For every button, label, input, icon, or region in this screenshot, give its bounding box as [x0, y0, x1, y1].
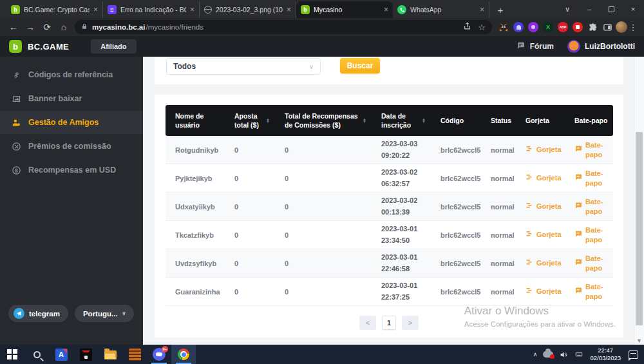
notification-badge: 9+ [162, 346, 168, 352]
taskbar-clock[interactable]: 22:47 02/03/2023 [590, 347, 621, 363]
side-panel-extension-icon[interactable] [602, 22, 612, 32]
cell-commission-rewards: 0 [275, 257, 372, 270]
chat-button[interactable]: Bate-papo [565, 223, 613, 247]
taskbar-file-explorer-button[interactable] [98, 345, 122, 364]
purple-wallet-extension-icon[interactable] [528, 22, 538, 32]
tab-close-icon[interactable]: × [384, 6, 388, 14]
user-avatar[interactable] [567, 40, 580, 53]
table-row: Udxatyiikyb002023-03-0200:13:39brlc62wcc… [166, 193, 613, 221]
taskbar-orange-app-button[interactable] [122, 345, 147, 364]
friends-filter-select[interactable]: Todos ∨ [166, 58, 321, 75]
puzzle-extension-icon[interactable] [587, 22, 598, 32]
browser-profile-avatar[interactable] [616, 21, 627, 33]
chat-button[interactable]: Bate-papo [565, 280, 613, 303]
browser-menu-icon[interactable]: ⋮ [627, 23, 639, 32]
taskbar-amd-button[interactable]: A [49, 345, 73, 364]
cell-signup-date: 2023-03-0309:20:22 [372, 136, 431, 163]
pagination-current-page[interactable]: 1 [382, 316, 396, 330]
red-wallet-extension-icon[interactable] [573, 22, 583, 32]
sidebar-item-c-digos-de-refer-ncia[interactable]: Códigos de referência [0, 63, 143, 86]
taskbar-search-button[interactable] [24, 345, 49, 364]
window-close-button[interactable]: × [622, 0, 644, 18]
window-restore-button[interactable] [600, 0, 622, 18]
language-selector[interactable]: Portugu... ∨ [75, 305, 135, 322]
taskbar-social-button[interactable]: 9+ [147, 345, 171, 364]
browser-toolbar: ← → ⟳ ⌂ mycasino.bc.ai /mycasino/friends… [0, 18, 644, 36]
tip-button[interactable]: Gorjeta [516, 199, 565, 214]
pagination-next-button[interactable]: > [402, 316, 419, 330]
scrollbar-down-arrow-icon[interactable]: ▼ [634, 338, 644, 344]
sort-arrows-icon[interactable]: ▲▼ [363, 118, 366, 124]
address-bar[interactable]: mycasino.bc.ai /mycasino/friends ☆ [75, 20, 492, 34]
tab-close-icon[interactable]: × [190, 6, 194, 14]
chrome-icon [178, 349, 189, 360]
onedrive-cloud-icon[interactable] [543, 351, 553, 358]
sidebar-item-gest-o-de-amigos[interactable]: Gestão de Amigos [0, 111, 143, 134]
browser-tab[interactable]: WhatsApp× [393, 1, 489, 18]
user-name[interactable]: LuizBortolotti [585, 42, 635, 51]
taskbar-start-button[interactable] [0, 345, 24, 364]
whatsapp-favicon [397, 5, 406, 14]
reload-icon[interactable]: ⟳ [39, 19, 55, 35]
taskbar-chrome-button[interactable] [171, 345, 196, 364]
tip-button[interactable]: Gorjeta [516, 256, 565, 271]
adblock-extension-icon[interactable]: ABP [558, 22, 568, 32]
sidebar-item-pr-mios-de-comiss-o[interactable]: Prêmios de comissão [0, 135, 143, 158]
tab-close-icon[interactable]: × [480, 6, 484, 14]
window-minimize-button[interactable]: – [578, 0, 600, 18]
tab-close-icon[interactable]: × [287, 6, 291, 14]
volume-icon[interactable] [559, 350, 568, 359]
page-scrollbar[interactable]: ▼ [634, 57, 644, 345]
chat-button[interactable]: Bate-papo [565, 251, 613, 275]
tray-chevron-up-icon[interactable]: ∧ [533, 351, 538, 358]
share-icon[interactable] [463, 21, 471, 33]
affiliate-nav-chip[interactable]: Afiliado [91, 39, 136, 53]
sidebar-item-recompensas-em-usd[interactable]: Recompensas em USD [0, 158, 143, 182]
chat-button[interactable]: Bate-papo [565, 195, 613, 218]
back-icon[interactable]: ← [5, 19, 22, 35]
green-x-extension-icon[interactable]: X [543, 22, 553, 32]
keyboard-icon[interactable] [574, 350, 584, 358]
search-button[interactable]: Buscar [340, 58, 380, 73]
action-center-icon[interactable] [629, 350, 638, 359]
chat-button[interactable]: Bate-papo [565, 138, 613, 162]
browser-tabs: bBC.Game: Crypto Casino Gan×≡Erro na Ind… [6, 0, 489, 18]
browser-tab[interactable]: bMycasino× [296, 1, 393, 18]
browser-tab[interactable]: ≡Erro na Indicação - BC.Game× [103, 1, 200, 18]
taskbar-game-app-button[interactable] [73, 345, 98, 364]
column-header-total-de-recompensas-de-comiss-es-[interactable]: Total de Recompensas de Comissões ($)▲▼ [275, 108, 372, 133]
cell-username: Guaranizinha [166, 285, 225, 298]
tip-button[interactable]: Gorjeta [516, 284, 565, 299]
sidebar-item-label: Gestão de Amigos [28, 118, 99, 127]
browser-tab[interactable]: 2023-03-02_3.png (1024×76× [200, 1, 296, 18]
column-header-data-de-inscri-o[interactable]: Data de inscrição▲▼ [372, 108, 431, 133]
pagination-prev-button[interactable]: < [359, 316, 376, 330]
tip-button[interactable]: Gorjeta [516, 171, 565, 186]
forum-link[interactable]: Fórum [530, 42, 554, 51]
ghost-wallet-extension-icon[interactable] [513, 22, 524, 32]
telegram-icon [14, 308, 24, 319]
tip-button[interactable]: Gorjeta [516, 227, 565, 242]
sort-arrows-icon[interactable]: ▲▼ [422, 118, 426, 124]
tip-button[interactable]: Gorjeta [516, 142, 565, 157]
chevron-down-icon: ∨ [309, 63, 314, 70]
metamask-extension-icon[interactable] [498, 22, 509, 32]
window-menu-chevron-icon[interactable]: ∨ [556, 0, 578, 18]
tab-close-icon[interactable]: × [93, 6, 98, 14]
telegram-button[interactable]: telegram [8, 305, 68, 322]
sort-arrows-icon[interactable]: ▲▼ [266, 118, 270, 124]
browser-tab[interactable]: bBC.Game: Crypto Casino Gan× [6, 1, 103, 18]
bcgame-logo-icon[interactable]: b [9, 40, 22, 53]
scrollbar-thumb[interactable] [636, 132, 643, 325]
home-icon[interactable]: ⌂ [55, 19, 72, 35]
forward-icon[interactable]: → [22, 19, 39, 35]
amd-app-icon: A [55, 349, 68, 361]
column-header-aposta-total-[interactable]: Aposta total ($)▲▼ [225, 108, 275, 133]
new-tab-button[interactable]: + [492, 1, 509, 18]
bookmark-star-icon[interactable]: ☆ [478, 23, 486, 32]
cell-username: Tkcatzfikyb [166, 229, 225, 242]
game-app-icon [80, 349, 92, 361]
sidebar-item-banner-baixar[interactable]: Banner baixar [0, 87, 143, 110]
cell-code: brlc62wccl5 [431, 144, 481, 157]
chat-button[interactable]: Bate-papo [565, 166, 613, 190]
